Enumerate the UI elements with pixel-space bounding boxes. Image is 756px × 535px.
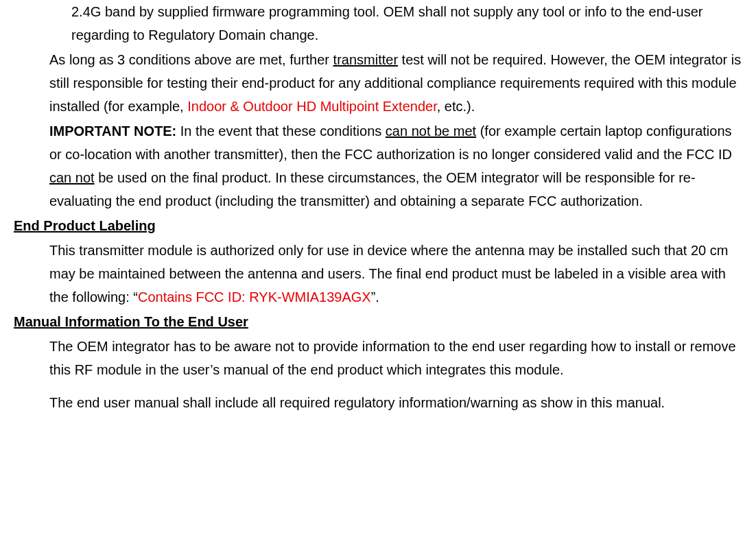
- paragraph-firmware-note: 2.4G band by supplied firmware programmi…: [71, 0, 742, 47]
- underlined-text: can not be met: [386, 123, 476, 139]
- paragraph-conditions: As long as 3 conditions above are met, f…: [49, 48, 742, 118]
- bold-label: IMPORTANT NOTE:: [49, 123, 176, 139]
- text: The OEM integrator has to be aware not t…: [49, 339, 736, 377]
- underlined-text: transmitter: [333, 52, 398, 67]
- paragraph-important-note: IMPORTANT NOTE: In the event that these …: [49, 119, 742, 213]
- paragraph-end-user-manual: The end user manual shall include all re…: [49, 391, 742, 414]
- text: , etc.).: [437, 99, 475, 114]
- highlighted-red-text: Contains FCC ID: RYK-WMIA139AGX: [138, 289, 371, 305]
- paragraph-labeling: This transmitter module is authorized on…: [49, 239, 742, 309]
- heading-manual-info: Manual Information To the End User: [14, 310, 742, 333]
- text: The end user manual shall include all re…: [49, 395, 665, 410]
- text: 2.4G band by supplied firmware programmi…: [71, 4, 702, 43]
- underlined-text: can not: [49, 170, 95, 185]
- text: In the event that these conditions: [176, 123, 386, 139]
- document-page: 2.4G band by supplied firmware programmi…: [0, 0, 756, 429]
- text: ”.: [371, 289, 379, 305]
- heading-end-product-labeling: End Product Labeling: [14, 214, 742, 237]
- text: be used on the final product. In these c…: [49, 170, 696, 209]
- text: As long as 3 conditions above are met, f…: [49, 52, 333, 67]
- paragraph-oem-integrator: The OEM integrator has to be aware not t…: [49, 335, 742, 381]
- highlighted-red-text: Indoor & Outdoor HD Multipoint Extender: [187, 99, 437, 114]
